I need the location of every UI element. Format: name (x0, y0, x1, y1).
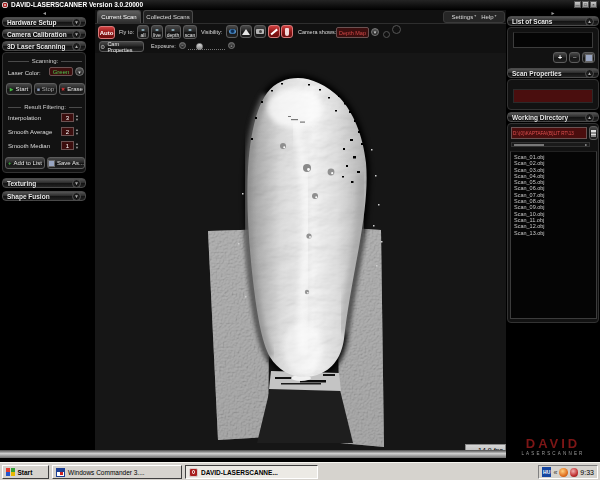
fly-all-button[interactable]: ◂▸ all (137, 25, 149, 39)
stop-button[interactable]: ■ Stop (34, 83, 57, 95)
tab-current-scan[interactable]: Current Scan (97, 10, 141, 23)
cam-properties-button[interactable]: ⚙ Cam Properties (99, 41, 144, 52)
scanning-divider: Scanning: (8, 58, 82, 64)
scan-properties-body (507, 79, 599, 110)
erase-button[interactable]: ✖ Erase (59, 83, 85, 95)
section-label: List of Scans (512, 18, 552, 25)
indicator-dot-small (383, 31, 390, 38)
tray-app-icon-orange[interactable] (559, 468, 568, 477)
chevron-down-icon: ▾ (72, 18, 81, 27)
start-button[interactable]: ▶ Start (6, 83, 32, 95)
visibility-mesh-button[interactable] (240, 25, 252, 38)
minus-icon: − (572, 54, 576, 61)
help-menu[interactable]: Help▾ (481, 14, 496, 20)
language-indicator[interactable]: HU (542, 467, 551, 477)
spinner-down-icon[interactable]: ▼ (75, 118, 79, 122)
browse-directory-button[interactable] (589, 126, 598, 140)
path-scrollbar[interactable]: ► (511, 142, 590, 147)
david-logo: DAVID LASERSCANNER (506, 437, 600, 457)
chevron-up-icon: ▴ (585, 17, 594, 26)
camera-mode-select[interactable]: Depth Map (336, 27, 369, 38)
app-icon (2, 2, 8, 8)
section-camera-calibration[interactable]: Camera Calibration ▾ (2, 29, 86, 39)
task-windows-commander[interactable]: Windows Commander 3.... (52, 465, 182, 479)
3d-viewport[interactable] (95, 53, 506, 450)
scan-list-box[interactable] (513, 32, 593, 48)
smooth-average-label: Smooth Average (8, 129, 52, 135)
spinner-down-icon[interactable]: ▼ (75, 132, 79, 136)
fly-to-label: Fly to: (119, 30, 134, 36)
collapse-left-icon[interactable]: ◄ (0, 10, 89, 17)
menu-arrow-icon: ▾ (474, 14, 476, 20)
visibility-points-button[interactable] (226, 25, 238, 38)
tab-collected-scans[interactable]: Collected Scans (143, 10, 193, 23)
chevron-up-icon: ▴ (585, 113, 594, 122)
section-texturing[interactable]: Texturing ▾ (2, 178, 86, 188)
section-3d-laser-scanning[interactable]: 3D Laser Scanning ▴ (2, 41, 86, 51)
section-label: Texturing (7, 180, 36, 187)
section-list-of-scans[interactable]: List of Scans ▴ (507, 16, 599, 26)
start-button[interactable]: Start (2, 465, 49, 479)
exposure-slider[interactable] (188, 45, 225, 50)
section-label: Camera Calibration (7, 31, 67, 38)
window-bottom-strip (0, 450, 506, 458)
working-directory-path[interactable]: D:\(0)\KAPTAFA\(B)LIT RT\13 (511, 127, 587, 139)
toolbar-separator (95, 23, 506, 24)
maximize-button[interactable]: □ (582, 1, 589, 8)
smooth-average-stepper[interactable]: 2 ▲▼ (61, 127, 79, 136)
chevron-down-icon: ▾ (72, 192, 81, 201)
camera-shows-label: Camera shows: (298, 30, 336, 36)
mesh-pyramid-icon (242, 29, 250, 35)
system-tray: HU « 9:33 (538, 465, 598, 479)
save-as-button[interactable]: Save As... (47, 157, 85, 169)
section-hardware-setup[interactable]: Hardware Setup ▾ (2, 17, 86, 27)
camera-mode-dropdown-icon[interactable]: ▾ (371, 28, 379, 36)
laser-color-dropdown-icon[interactable]: ▾ (75, 67, 84, 76)
minimize-button[interactable]: — (574, 1, 581, 8)
laser-color-value: Green (53, 69, 70, 75)
fly-live-button[interactable]: ◂▸ live (151, 25, 163, 39)
scan-file-item[interactable]: Scan_13.obj (511, 230, 596, 236)
scroll-right-icon[interactable]: ► (585, 143, 588, 147)
scan-files-list[interactable]: Scan_01.obj Scan_02.obj Scan_03.obj Scan… (510, 151, 597, 319)
fly-scan-button[interactable]: ◂▸ scan (183, 25, 197, 39)
interpolation-label: Interpolation (8, 115, 41, 121)
camera-icon (256, 29, 264, 34)
clock: 9:33 (580, 469, 594, 476)
close-button[interactable]: × (590, 1, 597, 8)
exposure-minus-button[interactable]: − (179, 42, 186, 49)
interpolation-stepper[interactable]: 3 ▲▼ (61, 113, 79, 122)
remove-scan-button[interactable]: − (569, 52, 580, 63)
play-icon: ▶ (10, 86, 14, 92)
section-label: Scan Properties (512, 70, 562, 77)
left-panel: ◄ Hardware Setup ▾ Camera Calibration ▾ … (0, 10, 89, 458)
scan-properties-field[interactable] (513, 89, 593, 103)
visibility-camera-button[interactable] (254, 25, 266, 38)
smooth-median-stepper[interactable]: 1 ▲▼ (61, 141, 79, 150)
scan-pedestal (257, 389, 353, 443)
laser-color-select[interactable]: Green (49, 67, 73, 76)
scanner-device-icon (285, 28, 289, 36)
fly-depth-button[interactable]: ◂▸ depth (165, 25, 181, 39)
right-panel: ► List of Scans ▴ + − Scan Properties ▴ … (506, 10, 600, 462)
section-label: Working Directory (512, 114, 568, 121)
auto-button[interactable]: Auto (98, 26, 115, 39)
laser-color-label: Laser Color: (8, 70, 41, 76)
slider-thumb[interactable] (196, 43, 203, 50)
section-working-directory[interactable]: Working Directory ▴ (507, 112, 599, 122)
add-to-list-button[interactable]: + Add to List (5, 157, 45, 169)
add-scan-button[interactable]: + (553, 52, 567, 63)
camera-mode-value: Depth Map (339, 30, 366, 36)
save-list-button[interactable] (582, 52, 595, 63)
tray-app-icon-red[interactable] (570, 468, 579, 477)
visibility-scanner-button[interactable] (281, 25, 293, 38)
spinner-down-icon[interactable]: ▼ (75, 146, 79, 150)
section-scan-properties[interactable]: Scan Properties ▴ (507, 68, 599, 78)
exposure-plus-button[interactable]: + (228, 42, 235, 49)
tray-chevron-icon[interactable]: « (553, 469, 557, 476)
chevron-up-icon: ▴ (585, 69, 594, 78)
section-shape-fusion[interactable]: Shape Fusion ▾ (2, 191, 86, 201)
task-david-laserscanner[interactable]: DAVID-LASERSCANNE... (185, 465, 318, 479)
visibility-laser-button[interactable] (268, 25, 280, 38)
settings-menu[interactable]: Settings▾ (451, 14, 476, 20)
